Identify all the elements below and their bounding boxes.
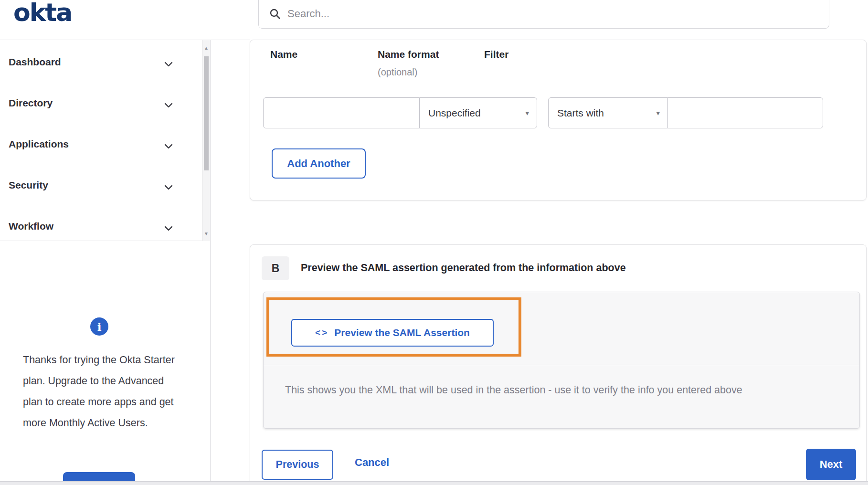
- okta-logo: okta: [13, 0, 72, 27]
- section-b-title: Preview the SAML assertion generated fro…: [301, 262, 626, 274]
- bottom-edge-strip: [0, 481, 868, 485]
- sidebar-item-label: Security: [9, 179, 48, 191]
- filter-operator-selected-value: Starts with: [557, 107, 604, 119]
- left-panel: Dashboard Directory Applications Securit…: [0, 40, 211, 481]
- preview-saml-assertion-label: Preview the SAML Assertion: [334, 327, 470, 338]
- plan-notice-text: Thanks for trying the Okta Starter plan.…: [23, 349, 180, 433]
- previous-button[interactable]: Previous: [262, 450, 333, 480]
- scroll-up-icon[interactable]: ▲: [202, 43, 210, 53]
- sidebar-item-label: Workflow: [9, 221, 53, 232]
- chevron-down-icon: [164, 224, 173, 233]
- saml-preview-card: B Preview the SAML assertion generated f…: [250, 244, 867, 485]
- name-format-select[interactable]: Unspecified ▾: [419, 97, 537, 128]
- name-column-label: Name: [270, 49, 297, 60]
- global-search[interactable]: [258, 0, 829, 29]
- sidebar-item-workflow[interactable]: Workflow: [0, 217, 201, 238]
- sidebar-item-applications[interactable]: Applications: [0, 135, 201, 156]
- preview-button-area: <> Preview the SAML Assertion: [264, 292, 859, 365]
- sidebar-item-security[interactable]: Security: [0, 176, 201, 197]
- chevron-down-icon: [164, 101, 173, 110]
- preview-saml-assertion-button[interactable]: <> Preview the SAML Assertion: [291, 319, 494, 347]
- name-format-optional-hint: (optional): [378, 67, 417, 78]
- okta-admin-app: okta Dashboard Directory Applicat: [0, 0, 868, 485]
- section-b-badge: B: [262, 256, 289, 280]
- preview-container: <> Preview the SAML Assertion This shows…: [263, 292, 860, 429]
- sidebar-nav: Dashboard Directory Applications Securit…: [0, 40, 210, 241]
- dropdown-arrow-icon: ▾: [525, 109, 529, 117]
- code-icon: <>: [315, 327, 328, 338]
- chevron-down-icon: [164, 142, 173, 151]
- filter-value-input[interactable]: [667, 97, 823, 128]
- attribute-statements-card: Name Name format (optional) Filter Unspe…: [250, 40, 867, 200]
- dropdown-arrow-icon: ▾: [656, 109, 660, 117]
- preview-hint-text: This shows you the XML that will be used…: [285, 384, 844, 396]
- sidebar-scrollbar[interactable]: ▲ ▼: [202, 40, 210, 241]
- filter-column-label: Filter: [484, 49, 508, 60]
- cancel-link[interactable]: Cancel: [355, 456, 389, 469]
- scrollbar-thumb[interactable]: [204, 56, 209, 170]
- name-format-selected-value: Unspecified: [428, 107, 481, 119]
- chevron-down-icon: [164, 183, 173, 192]
- sidebar-item-label: Directory: [9, 97, 53, 109]
- search-input[interactable]: [287, 8, 765, 20]
- add-another-button[interactable]: Add Another: [272, 148, 366, 179]
- scroll-down-icon[interactable]: ▼: [202, 229, 210, 239]
- name-format-column-label: Name format: [378, 49, 439, 60]
- annotation-highlight-box: <> Preview the SAML Assertion: [266, 297, 521, 357]
- search-icon: [269, 8, 281, 20]
- sidebar-item-dashboard[interactable]: Dashboard: [0, 53, 201, 74]
- sidebar-item-label: Dashboard: [9, 56, 61, 68]
- sidebar-item-label: Applications: [9, 138, 69, 150]
- attribute-name-input[interactable]: [263, 97, 420, 128]
- info-icon: i: [90, 317, 108, 336]
- filter-operator-select[interactable]: Starts with ▾: [548, 97, 668, 128]
- next-button[interactable]: Next: [806, 449, 856, 480]
- chevron-down-icon: [164, 60, 173, 69]
- sidebar-item-directory[interactable]: Directory: [0, 94, 201, 115]
